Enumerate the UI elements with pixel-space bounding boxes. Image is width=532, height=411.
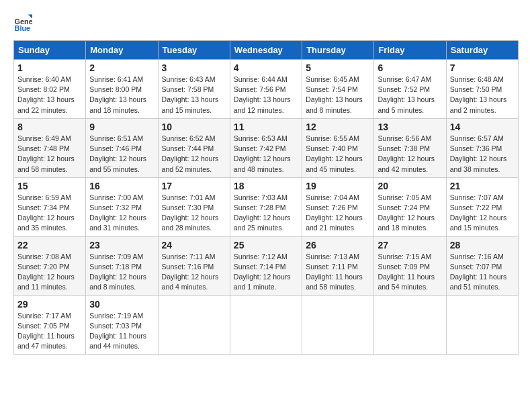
day-number: 21: [450, 181, 515, 191]
day-number: 6: [378, 62, 442, 73]
weekday-header-sunday: Sunday: [14, 41, 86, 60]
day-info: Sunrise: 7:08 AMSunset: 7:20 PMDaylight:…: [17, 252, 82, 293]
day-cell-5: 5Sunrise: 6:45 AMSunset: 7:54 PMDaylight…: [302, 60, 374, 119]
day-info: Sunrise: 7:15 AMSunset: 7:09 PMDaylight:…: [378, 252, 442, 293]
day-number: 20: [378, 181, 442, 191]
day-cell-18: 18Sunrise: 7:03 AMSunset: 7:28 PMDayligh…: [230, 177, 302, 236]
calendar-week-row: 15Sunrise: 6:59 AMSunset: 7:34 PMDayligh…: [14, 177, 519, 236]
day-cell-27: 27Sunrise: 7:15 AMSunset: 7:09 PMDayligh…: [374, 236, 446, 295]
day-info: Sunrise: 7:07 AMSunset: 7:22 PMDaylight:…: [450, 193, 515, 234]
day-cell-29: 29Sunrise: 7:17 AMSunset: 7:05 PMDayligh…: [14, 295, 86, 355]
day-cell-19: 19Sunrise: 7:04 AMSunset: 7:26 PMDayligh…: [302, 177, 374, 236]
calendar-week-row: 1Sunrise: 6:40 AMSunset: 8:02 PMDaylight…: [14, 60, 519, 119]
day-number: 8: [17, 122, 82, 132]
day-cell-7: 7Sunrise: 6:48 AMSunset: 7:50 PMDaylight…: [446, 60, 518, 119]
day-cell-17: 17Sunrise: 7:01 AMSunset: 7:30 PMDayligh…: [158, 177, 230, 236]
day-cell-16: 16Sunrise: 7:00 AMSunset: 7:32 PMDayligh…: [86, 177, 158, 236]
day-info: Sunrise: 7:16 AMSunset: 7:07 PMDaylight:…: [450, 252, 515, 293]
day-cell-3: 3Sunrise: 6:43 AMSunset: 7:58 PMDaylight…: [158, 60, 230, 119]
day-number: 24: [162, 240, 226, 250]
day-number: 3: [162, 62, 226, 73]
logo-icon: General Blue: [13, 13, 32, 32]
day-info: Sunrise: 6:49 AMSunset: 7:48 PMDaylight:…: [17, 134, 82, 175]
day-cell-25: 25Sunrise: 7:12 AMSunset: 7:14 PMDayligh…: [230, 236, 302, 295]
day-info: Sunrise: 6:52 AMSunset: 7:44 PMDaylight:…: [162, 134, 226, 175]
day-cell-28: 28Sunrise: 7:16 AMSunset: 7:07 PMDayligh…: [446, 236, 518, 295]
day-info: Sunrise: 6:51 AMSunset: 7:46 PMDaylight:…: [89, 134, 154, 175]
day-cell-2: 2Sunrise: 6:41 AMSunset: 8:00 PMDaylight…: [86, 60, 158, 119]
day-number: 7: [450, 62, 515, 73]
calendar-week-row: 22Sunrise: 7:08 AMSunset: 7:20 PMDayligh…: [14, 236, 519, 295]
day-cell-22: 22Sunrise: 7:08 AMSunset: 7:20 PMDayligh…: [14, 236, 86, 295]
day-number: 13: [378, 122, 442, 132]
weekday-header-saturday: Saturday: [446, 41, 518, 60]
day-number: 9: [89, 122, 154, 132]
day-cell-20: 20Sunrise: 7:05 AMSunset: 7:24 PMDayligh…: [374, 177, 446, 236]
day-info: Sunrise: 6:56 AMSunset: 7:38 PMDaylight:…: [378, 134, 442, 175]
weekday-header-row: SundayMondayTuesdayWednesdayThursdayFrid…: [14, 41, 519, 60]
day-info: Sunrise: 6:47 AMSunset: 7:52 PMDaylight:…: [378, 75, 442, 116]
day-info: Sunrise: 6:59 AMSunset: 7:34 PMDaylight:…: [17, 193, 82, 234]
empty-cell: [230, 295, 302, 355]
day-info: Sunrise: 7:00 AMSunset: 7:32 PMDaylight:…: [89, 193, 154, 234]
weekday-header-monday: Monday: [86, 41, 158, 60]
day-number: 22: [17, 240, 82, 250]
day-cell-4: 4Sunrise: 6:44 AMSunset: 7:56 PMDaylight…: [230, 60, 302, 119]
day-cell-12: 12Sunrise: 6:55 AMSunset: 7:40 PMDayligh…: [302, 118, 374, 177]
day-number: 23: [89, 240, 154, 250]
day-number: 5: [306, 62, 370, 73]
day-cell-6: 6Sunrise: 6:47 AMSunset: 7:52 PMDaylight…: [374, 60, 446, 119]
day-info: Sunrise: 6:48 AMSunset: 7:50 PMDaylight:…: [450, 75, 515, 116]
day-info: Sunrise: 6:43 AMSunset: 7:58 PMDaylight:…: [162, 75, 226, 116]
day-cell-23: 23Sunrise: 7:09 AMSunset: 7:18 PMDayligh…: [86, 236, 158, 295]
empty-cell: [158, 295, 230, 355]
weekday-header-thursday: Thursday: [302, 41, 374, 60]
day-cell-24: 24Sunrise: 7:11 AMSunset: 7:16 PMDayligh…: [158, 236, 230, 295]
calendar-week-row: 29Sunrise: 7:17 AMSunset: 7:05 PMDayligh…: [14, 295, 519, 355]
day-info: Sunrise: 6:45 AMSunset: 7:54 PMDaylight:…: [306, 75, 370, 116]
day-cell-11: 11Sunrise: 6:53 AMSunset: 7:42 PMDayligh…: [230, 118, 302, 177]
day-cell-1: 1Sunrise: 6:40 AMSunset: 8:02 PMDaylight…: [14, 60, 86, 119]
day-number: 11: [234, 122, 298, 132]
day-number: 25: [234, 240, 298, 250]
day-number: 2: [89, 62, 154, 73]
day-number: 16: [89, 181, 154, 191]
empty-cell: [446, 295, 518, 355]
calendar-week-row: 8Sunrise: 6:49 AMSunset: 7:48 PMDaylight…: [14, 118, 519, 177]
day-cell-14: 14Sunrise: 6:57 AMSunset: 7:36 PMDayligh…: [446, 118, 518, 177]
day-info: Sunrise: 6:57 AMSunset: 7:36 PMDaylight:…: [450, 134, 515, 175]
day-number: 12: [306, 122, 370, 132]
day-number: 1: [17, 62, 82, 73]
day-number: 14: [450, 122, 515, 132]
day-info: Sunrise: 6:44 AMSunset: 7:56 PMDaylight:…: [234, 75, 298, 116]
logo: General Blue: [13, 13, 35, 32]
empty-cell: [374, 295, 446, 355]
day-info: Sunrise: 7:12 AMSunset: 7:14 PMDaylight:…: [234, 252, 298, 293]
day-info: Sunrise: 6:53 AMSunset: 7:42 PMDaylight:…: [234, 134, 298, 175]
day-cell-26: 26Sunrise: 7:13 AMSunset: 7:11 PMDayligh…: [302, 236, 374, 295]
day-info: Sunrise: 7:03 AMSunset: 7:28 PMDaylight:…: [234, 193, 298, 234]
day-number: 17: [162, 181, 226, 191]
day-info: Sunrise: 7:05 AMSunset: 7:24 PMDaylight:…: [378, 193, 442, 234]
day-info: Sunrise: 7:04 AMSunset: 7:26 PMDaylight:…: [306, 193, 370, 234]
day-number: 19: [306, 181, 370, 191]
day-cell-9: 9Sunrise: 6:51 AMSunset: 7:46 PMDaylight…: [86, 118, 158, 177]
svg-text:Blue: Blue: [15, 24, 31, 32]
day-number: 29: [17, 299, 82, 310]
day-cell-8: 8Sunrise: 6:49 AMSunset: 7:48 PMDaylight…: [14, 118, 86, 177]
day-cell-15: 15Sunrise: 6:59 AMSunset: 7:34 PMDayligh…: [14, 177, 86, 236]
day-cell-13: 13Sunrise: 6:56 AMSunset: 7:38 PMDayligh…: [374, 118, 446, 177]
day-info: Sunrise: 6:40 AMSunset: 8:02 PMDaylight:…: [17, 75, 82, 116]
day-number: 10: [162, 122, 226, 132]
day-info: Sunrise: 7:19 AMSunset: 7:03 PMDaylight:…: [89, 311, 154, 352]
day-info: Sunrise: 7:17 AMSunset: 7:05 PMDaylight:…: [17, 311, 82, 352]
day-cell-21: 21Sunrise: 7:07 AMSunset: 7:22 PMDayligh…: [446, 177, 518, 236]
weekday-header-tuesday: Tuesday: [158, 41, 230, 60]
calendar-table: SundayMondayTuesdayWednesdayThursdayFrid…: [13, 40, 519, 355]
day-cell-30: 30Sunrise: 7:19 AMSunset: 7:03 PMDayligh…: [86, 295, 158, 355]
day-info: Sunrise: 7:09 AMSunset: 7:18 PMDaylight:…: [89, 252, 154, 293]
day-number: 4: [234, 62, 298, 73]
day-number: 26: [306, 240, 370, 250]
day-info: Sunrise: 7:11 AMSunset: 7:16 PMDaylight:…: [162, 252, 226, 293]
day-number: 15: [17, 181, 82, 191]
